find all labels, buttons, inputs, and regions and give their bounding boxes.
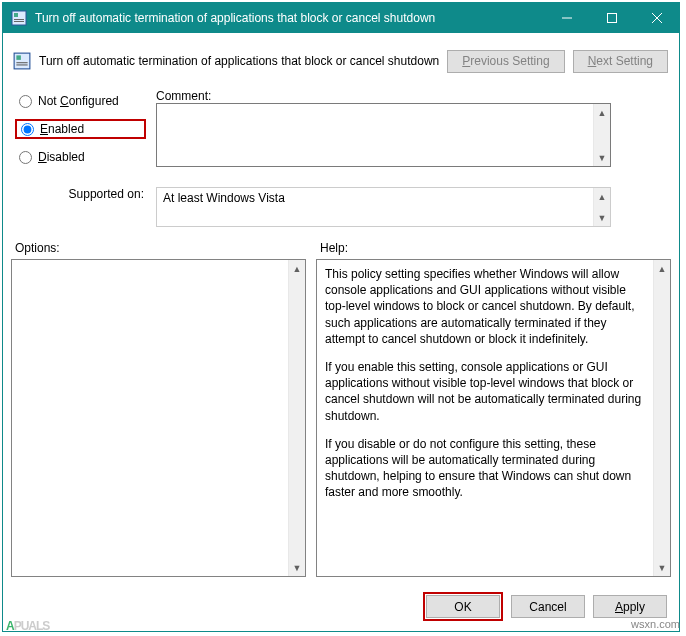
config-row: Not ConfiguredNot Configured EnabledEnab… <box>11 87 671 179</box>
window-title: Turn off automatic termination of applic… <box>35 11 544 25</box>
scroll-down-icon[interactable]: ▼ <box>594 209 610 226</box>
titlebar[interactable]: Turn off automatic termination of applic… <box>3 3 679 33</box>
apply-button[interactable]: ApplyApply <box>593 595 667 618</box>
previous-setting-button[interactable]: PPrevious Settingrevious Setting <box>447 50 564 73</box>
scroll-down-icon[interactable]: ▼ <box>654 559 670 576</box>
comment-area: Comment: ▲ ▼ <box>156 87 671 179</box>
supported-text: At least Windows Vista <box>157 188 593 226</box>
next-setting-button[interactable]: Next SettingNext Setting <box>573 50 668 73</box>
help-label: Help: <box>316 241 671 255</box>
help-text: This policy setting specifies whether Wi… <box>317 260 653 576</box>
supported-row: Supported on: At least Windows Vista ▲ ▼ <box>11 187 671 227</box>
radio-enabled[interactable]: EnabledEnabled <box>15 119 146 139</box>
panel-labels: Options: Help: <box>11 241 671 255</box>
policy-icon <box>13 52 31 70</box>
scroll-up-icon[interactable]: ▲ <box>594 188 610 205</box>
supported-box: At least Windows Vista ▲ ▼ <box>156 187 611 227</box>
cancel-button[interactable]: Cancel <box>511 595 585 618</box>
svg-rect-10 <box>16 62 27 63</box>
help-panel: This policy setting specifies whether Wi… <box>316 259 671 577</box>
radio-enabled-label: EnabledEnabled <box>40 122 84 136</box>
options-content <box>12 260 288 576</box>
window-controls <box>544 3 679 33</box>
scroll-down-icon[interactable]: ▼ <box>594 149 610 166</box>
close-button[interactable] <box>634 3 679 33</box>
scroll-up-icon[interactable]: ▲ <box>594 104 610 121</box>
scroll-down-icon[interactable]: ▼ <box>289 559 305 576</box>
header-row: Turn off automatic termination of applic… <box>11 41 671 81</box>
supported-label: Supported on: <box>11 187 146 227</box>
options-panel: ▲ ▼ <box>11 259 306 577</box>
comment-text[interactable] <box>157 104 593 166</box>
svg-rect-3 <box>14 21 24 22</box>
supported-scrollbar[interactable]: ▲ ▼ <box>593 188 610 226</box>
dialog-buttons: OK Cancel ApplyApply <box>423 592 667 621</box>
client-area: Turn off automatic termination of applic… <box>3 33 679 631</box>
scroll-up-icon[interactable]: ▲ <box>654 260 670 277</box>
maximize-button[interactable] <box>589 3 634 33</box>
radio-not-configured[interactable]: Not ConfiguredNot Configured <box>15 91 146 111</box>
svg-rect-1 <box>14 13 18 17</box>
radio-enabled-input[interactable] <box>21 123 34 136</box>
state-radios: Not ConfiguredNot Configured EnabledEnab… <box>11 87 146 179</box>
comment-scrollbar[interactable]: ▲ ▼ <box>593 104 610 166</box>
options-label: Options: <box>11 241 306 255</box>
radio-disabled-input[interactable] <box>19 151 32 164</box>
scroll-up-icon[interactable]: ▲ <box>289 260 305 277</box>
policy-title: Turn off automatic termination of applic… <box>39 54 439 68</box>
help-paragraph: If you enable this setting, console appl… <box>325 359 645 424</box>
radio-not-configured-label: Not ConfiguredNot Configured <box>38 94 119 108</box>
svg-rect-11 <box>16 64 27 65</box>
svg-rect-9 <box>16 55 21 60</box>
help-paragraph: If you disable or do not configure this … <box>325 436 645 501</box>
svg-rect-5 <box>607 14 616 23</box>
radio-disabled-label: DisabledDisabled <box>38 150 85 164</box>
ok-button[interactable]: OK <box>426 595 500 618</box>
help-scrollbar[interactable]: ▲ ▼ <box>653 260 670 576</box>
comment-input[interactable]: ▲ ▼ <box>156 103 611 167</box>
help-paragraph: This policy setting specifies whether Wi… <box>325 266 645 347</box>
panels-row: ▲ ▼ This policy setting specifies whethe… <box>11 259 671 577</box>
options-scrollbar[interactable]: ▲ ▼ <box>288 260 305 576</box>
radio-disabled[interactable]: DisabledDisabled <box>15 147 146 167</box>
comment-label: Comment: <box>156 87 216 103</box>
svg-rect-2 <box>14 19 24 20</box>
ok-highlight: OK <box>423 592 503 621</box>
radio-not-configured-input[interactable] <box>19 95 32 108</box>
policy-icon <box>11 10 27 26</box>
minimize-button[interactable] <box>544 3 589 33</box>
dialog-window: Turn off automatic termination of applic… <box>2 2 680 632</box>
